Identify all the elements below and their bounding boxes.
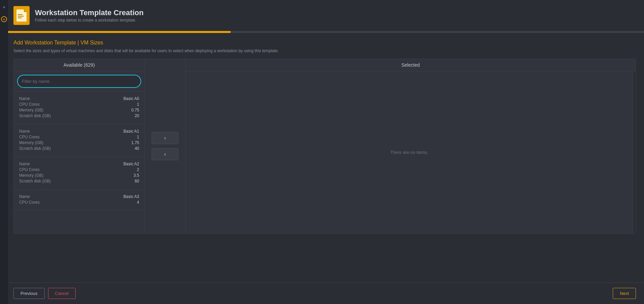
selected-panel-header: Selected (186, 59, 636, 71)
page-title: Workstation Template Creation (35, 8, 144, 17)
vm-item[interactable]: Name Basic A3 CPU Cores 4 (14, 190, 145, 211)
remove-icon: ‹ (164, 151, 166, 157)
page-footer: Previous Cancel Next (8, 282, 644, 304)
name-label: Name (19, 96, 30, 101)
sidebar-dot-button[interactable] (1, 16, 7, 22)
selected-scrollbar[interactable] (633, 71, 636, 233)
svg-rect-3 (18, 14, 23, 15)
page-subtitle: Follow each step below to create a works… (35, 18, 144, 23)
remove-button[interactable]: ‹ (152, 148, 178, 160)
name-value: Basic A2 (123, 162, 139, 166)
header-icon (13, 6, 30, 25)
progress-fill (8, 31, 231, 33)
section-title: Add Workstation Template | VM Sizes (13, 40, 636, 46)
selected-scroll-area: There are no items. (186, 71, 636, 233)
progress-remaining (231, 31, 644, 33)
main-content: Workstation Template Creation Follow eac… (8, 0, 644, 261)
svg-rect-5 (18, 18, 22, 18)
disk-value: 40 (135, 146, 139, 151)
svg-rect-4 (18, 16, 24, 16)
content-wrapper: Add Workstation Template | VM Sizes Sele… (8, 33, 644, 261)
disk-label: Scratch disk (GB) (19, 179, 51, 183)
vm-item[interactable]: Name Basic A2 CPU Cores 2 Memory (GB) 3.… (14, 157, 145, 190)
previous-button[interactable]: Previous (13, 288, 45, 299)
cpu-label: CPU Cores (19, 135, 40, 139)
page-header: Workstation Template Creation Follow eac… (8, 0, 644, 31)
cpu-value: 4 (137, 200, 139, 205)
memory-label: Memory (GB) (19, 173, 43, 178)
svg-marker-1 (24, 9, 27, 12)
disk-label: Scratch disk (GB) (19, 146, 51, 151)
name-value: Basic A1 (123, 129, 139, 134)
vm-item[interactable]: Name Basic A1 CPU Cores 1 Memory (GB) 1.… (14, 124, 145, 157)
available-panel-header: Available (629) (14, 59, 145, 71)
cpu-value: 1 (137, 102, 139, 107)
sidebar-chevron-icon[interactable]: » (3, 5, 5, 9)
svg-rect-0 (16, 9, 24, 22)
transfer-panel: Available (629) Name Basic A0 CPU Cores … (13, 59, 636, 234)
next-button[interactable]: Next (613, 288, 636, 299)
progress-bar (8, 31, 644, 33)
memory-value: 0.75 (131, 108, 139, 112)
items-list: Name Basic A0 CPU Cores 1 Memory (GB) 0.… (14, 92, 145, 233)
vm-item[interactable]: Name Basic A0 CPU Cores 1 Memory (GB) 0.… (14, 92, 145, 124)
selected-content: There are no items. (186, 71, 633, 233)
disk-value: 60 (135, 179, 139, 183)
filter-input-wrapper (14, 71, 145, 92)
filter-input[interactable] (17, 75, 141, 88)
transfer-buttons: › ‹ (145, 59, 185, 233)
add-button[interactable]: › (152, 132, 178, 144)
cancel-button[interactable]: Cancel (48, 288, 76, 299)
memory-label: Memory (GB) (19, 140, 43, 145)
name-label: Name (19, 162, 30, 166)
footer-left: Previous Cancel (13, 288, 76, 299)
name-value: Basic A3 (123, 194, 139, 199)
no-items-message: There are no items. (191, 150, 628, 155)
svg-rect-2 (24, 12, 27, 22)
cpu-value: 1 (137, 135, 139, 139)
memory-value: 3.5 (133, 173, 139, 178)
section-description: Select the sizes and types of virtual ma… (13, 48, 636, 53)
cpu-label: CPU Cores (19, 200, 40, 205)
cpu-label: CPU Cores (19, 102, 40, 107)
add-icon: › (164, 135, 166, 141)
cpu-value: 2 (137, 167, 139, 172)
sidebar-toggle: » (0, 0, 8, 304)
header-text: Workstation Template Creation Follow eac… (35, 8, 144, 23)
available-panel: Available (629) Name Basic A0 CPU Cores … (14, 59, 145, 233)
disk-value: 20 (135, 113, 139, 118)
disk-label: Scratch disk (GB) (19, 113, 51, 118)
memory-value: 1.75 (131, 140, 139, 145)
cpu-label: CPU Cores (19, 167, 40, 172)
selected-panel: Selected There are no items. (185, 59, 636, 233)
memory-label: Memory (GB) (19, 108, 43, 112)
name-label: Name (19, 129, 30, 134)
name-value: Basic A0 (123, 96, 139, 101)
name-label: Name (19, 194, 30, 199)
